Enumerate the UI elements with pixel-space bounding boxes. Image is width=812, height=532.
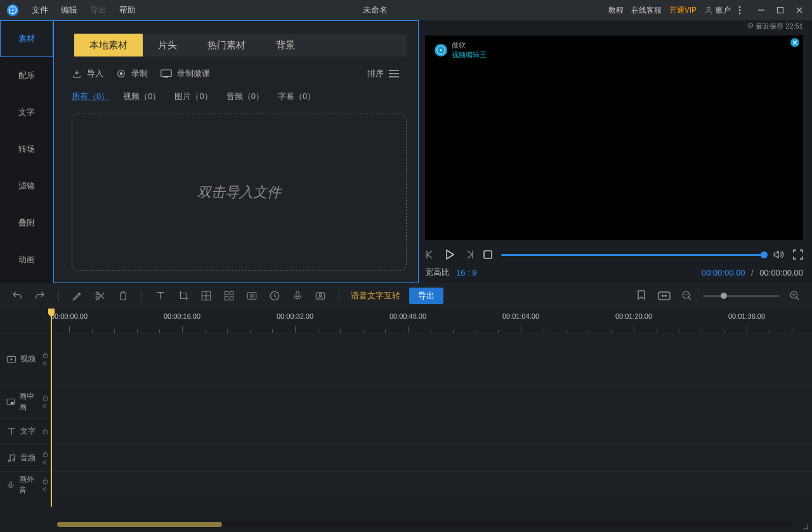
filter-subtitle[interactable]: 字幕（0）: [278, 91, 315, 102]
watermark-close[interactable]: [790, 38, 799, 47]
mute-icon[interactable]: [43, 460, 48, 465]
track-voice[interactable]: 画外音: [0, 471, 812, 498]
title-bar: 文件 编辑 导出 帮助 未命名 教程 在线客服 开通VIP 账户: [0, 0, 812, 20]
voice-button[interactable]: [291, 289, 304, 303]
svg-point-11: [390, 70, 391, 71]
mute-icon[interactable]: [43, 361, 48, 366]
crop-button[interactable]: [176, 289, 190, 303]
ruler-time-label: 00:00:32.00: [277, 312, 313, 320]
edit-button[interactable]: [70, 289, 84, 303]
video-track-icon: [6, 354, 16, 364]
svg-rect-44: [10, 481, 11, 485]
fullscreen-button[interactable]: [793, 249, 803, 260]
record-course-label: 录制微课: [177, 68, 210, 79]
menu-help[interactable]: 帮助: [113, 4, 142, 16]
link-tutorial[interactable]: 教程: [608, 5, 624, 16]
import-button[interactable]: 导入: [72, 68, 103, 79]
svg-point-9: [120, 72, 123, 76]
marker-icon[interactable]: [634, 289, 648, 303]
scrollbar-thumb[interactable]: [57, 522, 222, 527]
sidebar-overlay[interactable]: 叠附: [0, 204, 53, 241]
lock-icon[interactable]: [43, 451, 48, 457]
resize-corner-icon[interactable]: [801, 522, 808, 529]
preview-time-total: 00:00:00.00: [759, 268, 803, 277]
stop-button[interactable]: [483, 250, 492, 259]
watermark-product: 视频编辑王: [452, 50, 487, 60]
svg-point-6: [739, 13, 741, 15]
filter-audio[interactable]: 音频（0）: [226, 91, 264, 102]
sidebar-text[interactable]: 文字: [0, 94, 53, 131]
preview-progress[interactable]: [501, 254, 764, 256]
lock-icon[interactable]: [43, 429, 48, 434]
svg-point-5: [739, 10, 741, 11]
mosaic-button[interactable]: [199, 289, 213, 303]
watermark: 傲软 视频编辑王: [434, 41, 487, 60]
tab-local[interactable]: 本地素材: [74, 34, 143, 57]
zoom-slider[interactable]: [703, 295, 779, 297]
playhead[interactable]: [51, 309, 52, 507]
track-video[interactable]: 视频: [0, 333, 812, 385]
sidebar-transition[interactable]: 转场: [0, 131, 53, 168]
prev-frame-button[interactable]: [425, 249, 435, 260]
zoom-in-button[interactable]: [788, 289, 802, 303]
tab-hot[interactable]: 热门素材: [192, 34, 261, 57]
grid-button[interactable]: [222, 289, 236, 303]
filter-image[interactable]: 图片（0）: [174, 91, 212, 102]
play-button[interactable]: [444, 249, 455, 260]
kebab-icon[interactable]: [738, 6, 741, 15]
chroma-button[interactable]: [313, 289, 327, 303]
redo-button[interactable]: [33, 289, 47, 303]
zoom-out-button[interactable]: [680, 289, 694, 303]
freeze-frame-button[interactable]: [245, 289, 259, 303]
sidebar-filter[interactable]: 滤镜: [0, 168, 53, 204]
timeline-ruler[interactable]: 00:00:00.0000:00:16.0000:00:32.0000:00:4…: [52, 309, 812, 333]
link-vip[interactable]: 开通VIP: [669, 5, 697, 16]
svg-rect-18: [484, 251, 492, 258]
link-service[interactable]: 在线客服: [631, 5, 662, 16]
export-button[interactable]: 导出: [409, 288, 443, 304]
track-text-label: 文字: [20, 426, 36, 437]
record-button[interactable]: 录制: [116, 68, 148, 79]
text-tool-button[interactable]: [154, 289, 167, 303]
delete-button[interactable]: [116, 289, 130, 303]
watermark-brand: 傲软: [452, 41, 487, 50]
voice-to-text-button[interactable]: 语音文字互转: [351, 290, 400, 302]
sidebar-animation[interactable]: 动画: [0, 241, 53, 278]
tab-background[interactable]: 背景: [261, 34, 310, 57]
account-button[interactable]: 账户: [704, 5, 731, 16]
track-text[interactable]: 文字: [0, 418, 812, 444]
duration-button[interactable]: [268, 289, 282, 303]
zoom-handle[interactable]: [721, 293, 727, 299]
undo-button[interactable]: [10, 289, 24, 303]
lock-icon[interactable]: [43, 352, 48, 358]
window-maximize[interactable]: [774, 4, 787, 17]
mute-icon[interactable]: [43, 486, 48, 492]
sidebar-music[interactable]: 配乐: [0, 57, 53, 94]
progress-handle[interactable]: [761, 251, 768, 258]
preview-screen[interactable]: 傲软 视频编辑王: [425, 36, 803, 240]
menu-file[interactable]: 文件: [25, 4, 55, 16]
volume-button[interactable]: [773, 249, 784, 260]
lock-icon[interactable]: [43, 395, 48, 401]
split-button[interactable]: [93, 289, 107, 303]
tab-intro[interactable]: 片头: [143, 34, 192, 57]
track-pip[interactable]: 画中画: [0, 385, 812, 418]
filter-all[interactable]: 所有（0）: [72, 91, 109, 102]
sidebar-material[interactable]: 素材: [0, 20, 53, 57]
next-frame-button[interactable]: [464, 249, 475, 260]
menu-export[interactable]: 导出: [84, 4, 113, 16]
menu-edit[interactable]: 编辑: [55, 4, 84, 16]
track-audio[interactable]: 音频: [0, 444, 812, 471]
record-course-button[interactable]: 录制微课: [160, 68, 210, 79]
filter-video[interactable]: 视频（0）: [123, 91, 160, 102]
category-sidebar: 素材 配乐 文字 转场 滤镜 叠附 动画: [0, 20, 53, 283]
aspect-ratio-value[interactable]: 16 : 9: [456, 268, 477, 277]
fit-zoom-button[interactable]: [657, 289, 671, 303]
import-dropzone[interactable]: 双击导入文件: [72, 114, 407, 271]
sort-button[interactable]: 排序: [367, 68, 399, 79]
timeline-scrollbar[interactable]: [57, 522, 793, 527]
window-close[interactable]: [793, 4, 806, 17]
lock-icon[interactable]: [43, 478, 48, 484]
mute-icon[interactable]: [43, 403, 48, 409]
window-minimize[interactable]: [755, 4, 768, 17]
